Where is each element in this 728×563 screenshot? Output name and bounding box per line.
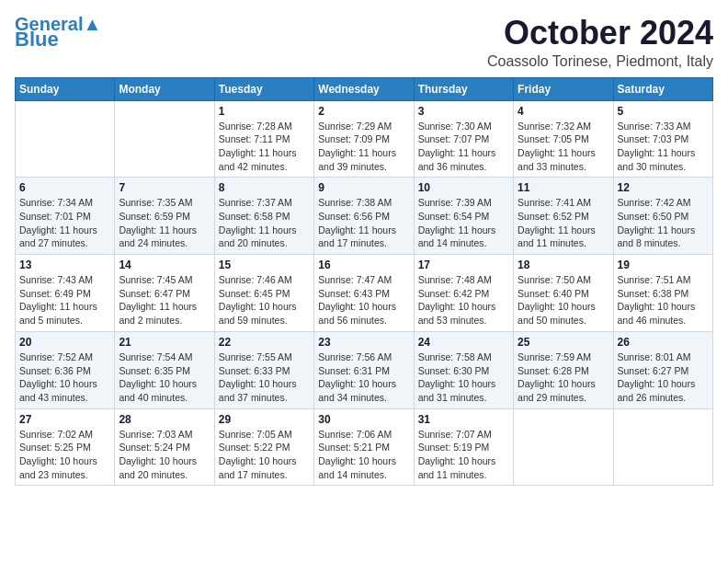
calendar-cell: 10Sunrise: 7:39 AMSunset: 6:54 PMDayligh… <box>414 178 513 255</box>
day-number: 7 <box>119 181 210 194</box>
day-number: 10 <box>418 181 509 194</box>
day-number: 9 <box>318 181 409 194</box>
calendar-body: 1Sunrise: 7:28 AMSunset: 7:11 PMDaylight… <box>16 100 713 486</box>
day-info: Sunrise: 7:07 AMSunset: 5:19 PMDaylight:… <box>418 428 509 482</box>
day-info: Sunrise: 7:28 AMSunset: 7:11 PMDaylight:… <box>219 120 310 174</box>
calendar-cell: 22Sunrise: 7:55 AMSunset: 6:33 PMDayligh… <box>214 331 313 408</box>
logo-blue-text: Blue <box>15 29 59 50</box>
calendar-cell <box>16 100 115 178</box>
day-info: Sunrise: 7:51 AMSunset: 6:38 PMDaylight:… <box>618 273 709 327</box>
header-monday: Monday <box>115 77 214 100</box>
day-info: Sunrise: 8:01 AMSunset: 6:27 PMDaylight:… <box>618 350 709 405</box>
header-saturday: Saturday <box>613 77 712 100</box>
calendar-cell: 17Sunrise: 7:48 AMSunset: 6:42 PMDayligh… <box>414 255 513 332</box>
calendar-cell: 20Sunrise: 7:52 AMSunset: 6:36 PMDayligh… <box>16 331 115 408</box>
header-thursday: Thursday <box>414 77 513 100</box>
day-number: 23 <box>318 336 409 349</box>
day-number: 5 <box>618 105 709 118</box>
day-number: 26 <box>618 336 709 349</box>
day-info: Sunrise: 7:55 AMSunset: 6:33 PMDaylight:… <box>219 350 310 405</box>
day-number: 14 <box>119 259 210 271</box>
day-info: Sunrise: 7:06 AMSunset: 5:21 PMDaylight:… <box>318 428 409 482</box>
calendar-cell: 27Sunrise: 7:02 AMSunset: 5:25 PMDayligh… <box>16 408 115 486</box>
day-info: Sunrise: 7:58 AMSunset: 6:30 PMDaylight:… <box>418 350 509 405</box>
day-number: 1 <box>219 105 310 118</box>
day-number: 21 <box>119 336 210 349</box>
day-info: Sunrise: 7:37 AMSunset: 6:58 PMDaylight:… <box>219 196 310 250</box>
day-info: Sunrise: 7:38 AMSunset: 6:56 PMDaylight:… <box>318 196 409 250</box>
day-info: Sunrise: 7:29 AMSunset: 7:09 PMDaylight:… <box>318 120 409 174</box>
week-row-2: 6Sunrise: 7:34 AMSunset: 7:01 PMDaylight… <box>16 178 713 255</box>
header-sunday: Sunday <box>16 77 115 100</box>
day-number: 25 <box>518 336 609 349</box>
day-number: 24 <box>418 336 509 349</box>
calendar-cell: 12Sunrise: 7:42 AMSunset: 6:50 PMDayligh… <box>613 178 712 255</box>
calendar-cell: 6Sunrise: 7:34 AMSunset: 7:01 PMDaylight… <box>16 178 115 255</box>
day-number: 31 <box>418 413 509 426</box>
calendar-cell: 23Sunrise: 7:56 AMSunset: 6:31 PMDayligh… <box>314 331 414 408</box>
calendar-cell: 25Sunrise: 7:59 AMSunset: 6:28 PMDayligh… <box>514 331 613 408</box>
header-wednesday: Wednesday <box>314 77 414 100</box>
calendar-cell <box>115 100 214 178</box>
day-info: Sunrise: 7:39 AMSunset: 6:54 PMDaylight:… <box>418 196 509 250</box>
calendar-cell: 15Sunrise: 7:46 AMSunset: 6:45 PMDayligh… <box>214 255 313 332</box>
day-number: 8 <box>219 181 310 194</box>
day-number: 27 <box>19 413 110 426</box>
calendar-cell: 14Sunrise: 7:45 AMSunset: 6:47 PMDayligh… <box>115 255 214 332</box>
day-info: Sunrise: 7:05 AMSunset: 5:22 PMDaylight:… <box>219 428 310 482</box>
day-number: 3 <box>418 105 509 118</box>
day-info: Sunrise: 7:56 AMSunset: 6:31 PMDaylight:… <box>318 350 409 405</box>
day-number: 15 <box>219 259 310 271</box>
day-info: Sunrise: 7:46 AMSunset: 6:45 PMDaylight:… <box>219 273 310 327</box>
day-info: Sunrise: 7:32 AMSunset: 7:05 PMDaylight:… <box>518 120 609 174</box>
calendar-cell: 4Sunrise: 7:32 AMSunset: 7:05 PMDaylight… <box>514 100 613 178</box>
day-number: 17 <box>418 259 509 271</box>
calendar-cell: 26Sunrise: 8:01 AMSunset: 6:27 PMDayligh… <box>613 331 712 408</box>
day-info: Sunrise: 7:43 AMSunset: 6:49 PMDaylight:… <box>19 273 110 327</box>
day-number: 18 <box>518 259 609 271</box>
day-info: Sunrise: 7:35 AMSunset: 6:59 PMDaylight:… <box>119 196 210 250</box>
page-header: General▲ Blue October 2024 Coassolo Tori… <box>15 15 713 70</box>
calendar-cell: 8Sunrise: 7:37 AMSunset: 6:58 PMDaylight… <box>214 178 313 255</box>
calendar-cell: 1Sunrise: 7:28 AMSunset: 7:11 PMDaylight… <box>214 100 313 178</box>
calendar: SundayMondayTuesdayWednesdayThursdayFrid… <box>15 77 713 487</box>
day-info: Sunrise: 7:33 AMSunset: 7:03 PMDaylight:… <box>618 120 709 174</box>
calendar-cell: 2Sunrise: 7:29 AMSunset: 7:09 PMDaylight… <box>314 100 414 178</box>
title-block: October 2024 Coassolo Torinese, Piedmont… <box>487 15 713 70</box>
day-info: Sunrise: 7:42 AMSunset: 6:50 PMDaylight:… <box>618 196 709 250</box>
calendar-cell: 21Sunrise: 7:54 AMSunset: 6:35 PMDayligh… <box>115 331 214 408</box>
day-info: Sunrise: 7:47 AMSunset: 6:43 PMDaylight:… <box>318 273 409 327</box>
week-row-1: 1Sunrise: 7:28 AMSunset: 7:11 PMDaylight… <box>16 100 713 178</box>
day-number: 2 <box>318 105 409 118</box>
day-info: Sunrise: 7:02 AMSunset: 5:25 PMDaylight:… <box>19 428 110 482</box>
day-info: Sunrise: 7:50 AMSunset: 6:40 PMDaylight:… <box>518 273 609 327</box>
day-number: 11 <box>518 181 609 194</box>
calendar-cell: 29Sunrise: 7:05 AMSunset: 5:22 PMDayligh… <box>214 408 313 486</box>
calendar-cell: 3Sunrise: 7:30 AMSunset: 7:07 PMDaylight… <box>414 100 513 178</box>
month-title: October 2024 <box>487 15 713 52</box>
day-number: 6 <box>19 181 110 194</box>
calendar-cell: 11Sunrise: 7:41 AMSunset: 6:52 PMDayligh… <box>514 178 613 255</box>
calendar-cell: 9Sunrise: 7:38 AMSunset: 6:56 PMDaylight… <box>314 178 414 255</box>
calendar-cell <box>613 408 712 486</box>
day-info: Sunrise: 7:30 AMSunset: 7:07 PMDaylight:… <box>418 120 509 174</box>
day-number: 22 <box>219 336 310 349</box>
week-row-5: 27Sunrise: 7:02 AMSunset: 5:25 PMDayligh… <box>16 408 713 486</box>
calendar-cell: 24Sunrise: 7:58 AMSunset: 6:30 PMDayligh… <box>414 331 513 408</box>
calendar-header: SundayMondayTuesdayWednesdayThursdayFrid… <box>16 77 713 100</box>
day-header-row: SundayMondayTuesdayWednesdayThursdayFrid… <box>16 77 713 100</box>
calendar-cell: 31Sunrise: 7:07 AMSunset: 5:19 PMDayligh… <box>414 408 513 486</box>
day-number: 30 <box>318 413 409 426</box>
calendar-cell: 16Sunrise: 7:47 AMSunset: 6:43 PMDayligh… <box>314 255 414 332</box>
day-info: Sunrise: 7:03 AMSunset: 5:24 PMDaylight:… <box>119 428 210 482</box>
day-number: 12 <box>618 181 709 194</box>
day-number: 29 <box>219 413 310 426</box>
day-info: Sunrise: 7:59 AMSunset: 6:28 PMDaylight:… <box>518 350 609 405</box>
calendar-cell <box>514 408 613 486</box>
day-number: 28 <box>119 413 210 426</box>
day-number: 20 <box>19 336 110 349</box>
calendar-cell: 7Sunrise: 7:35 AMSunset: 6:59 PMDaylight… <box>115 178 214 255</box>
logo: General▲ Blue <box>15 15 101 50</box>
calendar-cell: 5Sunrise: 7:33 AMSunset: 7:03 PMDaylight… <box>613 100 712 178</box>
day-number: 19 <box>618 259 709 271</box>
